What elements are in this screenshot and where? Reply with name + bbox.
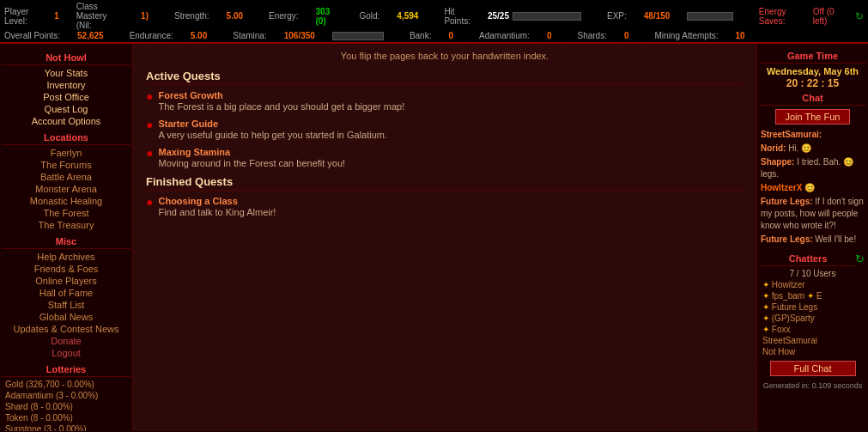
player-level-label: Player Level: (4, 7, 37, 26)
sidebar-donate[interactable]: Donate (2, 335, 131, 347)
refresh-icon[interactable]: ↻ (855, 10, 864, 22)
chat-text-1: Hi. 😊 (788, 143, 811, 153)
stamina-label: Stamina: (233, 31, 266, 40)
quest-title-choosing-class[interactable]: Choosing a Class (158, 196, 276, 206)
chat-msg-2: Shappe: I tried. Bah. 😊 legs. (759, 155, 866, 181)
finished-quests-heading: Finished Quests (146, 175, 744, 191)
chat-msg-4: Future Legs: If I don't sign my posts, h… (759, 195, 866, 233)
sidebar-battle-arena[interactable]: Battle Arena (2, 171, 131, 183)
endurance-label: Endurance: (130, 31, 173, 40)
chatter-foxx: ✦ Foxx (759, 324, 866, 335)
stamina-value: 106/350 (284, 31, 315, 40)
sidebar-account-options[interactable]: Account Options (2, 115, 131, 127)
quest-desc-maxing-stamina: Moving around in the Forest can benefit … (158, 158, 345, 168)
sidebar-logout[interactable]: Logout (2, 347, 131, 359)
sidebar-post-office[interactable]: Post Office (2, 91, 131, 103)
left-sidebar: Not Howl Your Stats Inventory Post Offic… (0, 44, 133, 431)
sidebar-monster-arena[interactable]: Monster Arena (2, 183, 131, 195)
sidebar-staff-list[interactable]: Staff List (2, 299, 131, 311)
hp-value: 25/25 (488, 11, 509, 21)
lottery-shard[interactable]: Shard (8 - 0.00%) (2, 401, 131, 412)
sidebar-monastic-healing[interactable]: Monastic Healing (2, 195, 131, 207)
full-chat-button[interactable]: Full Chat (770, 361, 856, 376)
strength-label: Strength: (174, 11, 209, 21)
sidebar-the-treasury[interactable]: The Treasury (2, 219, 131, 231)
quest-desc-choosing-class: Find and talk to King Almeir! (158, 207, 276, 217)
stamina-bar (332, 32, 384, 40)
sidebar-friends-foes[interactable]: Friends & Foes (2, 263, 131, 275)
chatters-count: 7 / 10 Users (759, 268, 866, 279)
game-time-value: 20 : 22 : 15 (759, 77, 866, 89)
chat-name-3: HowItzerX (761, 183, 802, 192)
overall-points-label: Overall Points: (4, 31, 60, 40)
misc-section-title: Misc (2, 234, 131, 249)
adamantium-label: Adamantium: (479, 31, 530, 40)
quest-title-maxing-stamina[interactable]: Maxing Stamina (158, 147, 345, 157)
sidebar-online-players[interactable]: Online Players (2, 275, 131, 287)
quest-title-starter-guide[interactable]: Starter Guide (158, 119, 387, 129)
shards-value: 0 (624, 31, 629, 40)
quest-bullet: ● (146, 89, 153, 103)
overall-points-value: 52,625 (77, 31, 104, 40)
exp-label: EXP: (607, 11, 627, 21)
chat-msg-0: StreetSamurai: (759, 128, 866, 142)
player-level-value: 1 (54, 11, 59, 21)
sidebar-faerlyn[interactable]: Faerlyn (2, 147, 131, 159)
quest-desc-starter-guide: A very useful guide to help get you star… (158, 130, 387, 140)
energy-label: Energy: (269, 11, 298, 21)
endurance-value: 5.00 (191, 31, 207, 40)
join-chat-button[interactable]: Join The Fun (775, 109, 849, 125)
lotteries-section-title: Lotteries (2, 362, 131, 377)
bank-value: 0 (448, 31, 453, 40)
active-quests-heading: Active Quests (146, 70, 744, 85)
chat-msg-3: HowItzerX 😊 (759, 181, 866, 195)
energy-saves-label: Energy Saves: (759, 7, 796, 26)
class-mastery-label: Class Mastery (Nil: (76, 2, 124, 30)
sidebar-your-stats[interactable]: Your Stats (2, 67, 131, 79)
lottery-token[interactable]: Token (8 - 0.00%) (2, 412, 131, 423)
chat-name-1: Norid: (761, 143, 786, 153)
top-bar: Player Level: 1 Class Mastery (Nil: 1) S… (0, 0, 868, 44)
page-message: You flip the pages back to your handwrit… (146, 51, 744, 61)
sidebar-the-forest[interactable]: The Forest (2, 207, 131, 219)
chat-title: Chat (759, 91, 866, 106)
strength-value: 5.00 (227, 11, 243, 21)
main-layout: Not Howl Your Stats Inventory Post Offic… (0, 44, 868, 431)
quest-item-maxing-stamina: ● Maxing Stamina Moving around in the Fo… (146, 147, 744, 168)
right-sidebar: Game Time Wednesday, May 6th 20 : 22 : 1… (756, 44, 868, 431)
chatters-refresh-icon[interactable]: ↻ (855, 253, 865, 265)
chatter-future-legs: ✦ Future Legs (759, 301, 866, 313)
chat-msg-5: Future Legs: Well I'll be! (759, 233, 866, 246)
chat-text-3: 😊 (804, 183, 815, 192)
lottery-adamantium[interactable]: Adamantium (3 - 0.00%) (2, 390, 131, 401)
quest-item-starter-guide: ● Starter Guide A very useful guide to h… (146, 119, 744, 140)
chat-text-5: Well I'll be! (815, 234, 856, 244)
locations-section-title: Locations (2, 131, 131, 145)
location-section-title: Not Howl (2, 51, 131, 65)
center-content: You flip the pages back to your handwrit… (133, 44, 756, 431)
quest-bullet: ● (146, 146, 153, 160)
quest-title-forest-growth[interactable]: Forest Growth (158, 90, 404, 100)
chatters-section: Chatters ↻ 7 / 10 Users ✦ Howitzer ✦ fps… (759, 250, 866, 357)
sidebar-quest-log[interactable]: Quest Log (2, 103, 131, 115)
sidebar-updates-news[interactable]: Updates & Contest News (2, 323, 131, 335)
chat-name-2: Shappe: (761, 157, 794, 167)
sidebar-the-forums[interactable]: The Forums (2, 159, 131, 171)
sidebar-hall-of-fame[interactable]: Hall of Fame (2, 287, 131, 299)
chat-name-4: Future Legs: (761, 197, 813, 206)
exp-value: 48/150 (644, 11, 671, 21)
quest-item-forest-growth: ● Forest Growth The Forest is a big plac… (146, 90, 744, 112)
gold-label: Gold: (359, 11, 379, 21)
mining-label: Mining Attempts: (655, 31, 719, 40)
lottery-sunstone[interactable]: Sunstone (3 - 0.00%) (2, 423, 131, 431)
energy-value: 303 (0) (316, 7, 334, 26)
exp-bar (687, 12, 732, 21)
sidebar-inventory[interactable]: Inventory (2, 79, 131, 91)
lottery-gold[interactable]: Gold (326,700 - 0.00%) (2, 379, 131, 390)
class-mastery-value: 1) (141, 11, 149, 21)
sidebar-help-archives[interactable]: Help Archives (2, 251, 131, 263)
generated-line: Generated in: 0.109 seconds (759, 380, 866, 392)
chat-name-0: StreetSamurai: (761, 130, 822, 139)
chat-msg-1: Norid: Hi. 😊 (759, 142, 866, 155)
sidebar-global-news[interactable]: Global News (2, 311, 131, 323)
